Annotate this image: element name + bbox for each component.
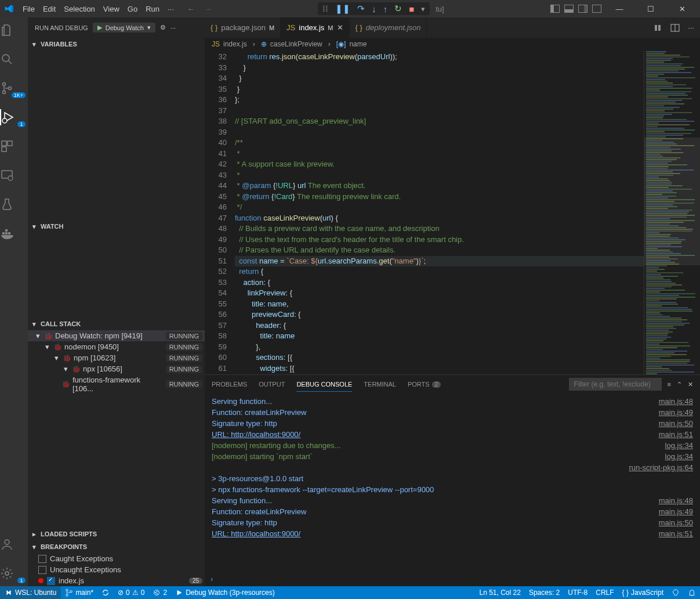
tab-problems[interactable]: PROBLEMS [212, 377, 247, 391]
callstack-item[interactable]: 🐞Debug Watch: npm [9419]RUNNING [28, 330, 205, 341]
nav-back-icon[interactable]: ← [187, 5, 195, 13]
step-over-icon[interactable]: ↷ [357, 3, 365, 14]
pause-icon[interactable]: ❚❚ [335, 3, 350, 14]
status-sync[interactable] [97, 586, 114, 599]
layout-customize-icon[interactable] [592, 5, 601, 13]
tab-index-js[interactable]: JSindex.jsM✕ [281, 17, 349, 38]
line-gutter[interactable]: 3233343536373839404142434445464748495051… [205, 50, 235, 374]
console-source-link[interactable]: main.js:50 [659, 418, 693, 429]
source-control-icon[interactable]: 1K+ [0, 80, 28, 96]
breakpoint-checkbox[interactable] [47, 577, 55, 585]
minimize-button[interactable]: — [606, 0, 633, 17]
code-editor[interactable]: return res.json(caseLinkPreview(parsedUr… [235, 50, 644, 374]
breakpoint-file[interactable]: index.js 25 [28, 575, 205, 586]
callstack-item[interactable]: 🐞npm [10623]RUNNING [28, 352, 205, 363]
run-debug-icon[interactable]: 1 [0, 109, 28, 125]
console-source-link[interactable]: main.js:48 [659, 396, 693, 407]
testing-icon[interactable] [0, 196, 28, 212]
nav-forward-icon[interactable]: → [204, 5, 212, 13]
repl-input[interactable]: › [205, 571, 700, 586]
sidebar-title: RUN AND DEBUG [35, 24, 88, 31]
remote-indicator[interactable]: WSL: Ubuntu [0, 586, 61, 599]
console-source-link[interactable]: main.js:51 [659, 528, 693, 539]
section-loaded-scripts[interactable]: LOADED SCRIPTS [28, 528, 205, 540]
callstack-item[interactable]: 🐞npx [10656]RUNNING [28, 363, 205, 374]
drag-handle-icon[interactable]: ⁞⁞ [322, 3, 328, 14]
status-eol[interactable]: CRLF [592, 586, 618, 599]
compare-icon[interactable] [653, 23, 662, 33]
tab-deployment-json[interactable]: { }deployment.json [350, 17, 427, 38]
title-search-fragment[interactable]: tu] [436, 5, 444, 13]
status-feedback-icon[interactable] [668, 586, 684, 599]
extensions-icon[interactable] [0, 138, 28, 154]
search-icon[interactable] [0, 51, 28, 67]
debug-target-chevron[interactable]: ▾ [421, 5, 425, 13]
debug-console[interactable]: Serving function...main.js:48Function: c… [205, 394, 700, 571]
section-watch[interactable]: WATCH [28, 220, 205, 233]
filter-icon[interactable]: ≡ [668, 381, 671, 388]
console-source-link[interactable]: log.js:34 [665, 451, 693, 462]
tab-ports[interactable]: PORTS2 [408, 377, 441, 391]
menu-view[interactable]: View [99, 5, 124, 13]
step-out-icon[interactable]: ↑ [383, 4, 388, 14]
console-source-link[interactable]: main.js:49 [659, 506, 693, 517]
accounts-icon[interactable] [0, 536, 28, 553]
menu-edit[interactable]: Edit [39, 5, 60, 13]
status-cursor[interactable]: Ln 51, Col 22 [476, 586, 525, 599]
layout-bottom-icon[interactable] [564, 5, 574, 13]
status-encoding[interactable]: UTF-8 [564, 586, 592, 599]
callstack-item[interactable]: 🐞nodemon [9450]RUNNING [28, 341, 205, 352]
tab-terminal[interactable]: TERMINAL [364, 377, 396, 391]
section-callstack[interactable]: CALL STACK [28, 317, 205, 330]
debug-config-selector[interactable]: ▶ Debug Watch ▾ [93, 23, 155, 33]
menu-go[interactable]: Go [124, 5, 142, 13]
status-problems[interactable]: ⊘0 ⚠0 [114, 586, 148, 599]
section-variables[interactable]: VARIABLES [28, 38, 205, 50]
menu-overflow[interactable]: ··· [164, 5, 178, 13]
menu-run[interactable]: Run [142, 5, 164, 13]
console-source-link[interactable]: main.js:48 [659, 495, 693, 506]
close-panel-icon[interactable]: ✕ [688, 381, 693, 388]
menu-file[interactable]: File [19, 5, 39, 13]
section-breakpoints[interactable]: BREAKPOINTS [28, 540, 205, 553]
expand-panel-icon[interactable]: ⌃ [677, 381, 682, 388]
console-filter-input[interactable] [569, 378, 662, 391]
console-source-link[interactable]: main.js:51 [659, 429, 693, 440]
restart-icon[interactable]: ↻ [394, 3, 402, 14]
minimap[interactable] [644, 50, 700, 374]
menu-selection[interactable]: Selection [60, 5, 99, 13]
breakpoint-uncaught[interactable]: Uncaught Exceptions [28, 564, 205, 575]
status-bell-icon[interactable] [684, 586, 700, 599]
close-tab-icon[interactable]: ✕ [337, 23, 343, 32]
activity-bar: 1K+ 1 1 [0, 17, 28, 586]
layout-right-icon[interactable] [578, 5, 587, 13]
layout-left-icon[interactable] [550, 5, 560, 13]
status-branch[interactable]: main* [61, 586, 97, 599]
tab-package-json[interactable]: { }package.jsonM [205, 17, 281, 38]
console-source-link[interactable]: main.js:50 [659, 517, 693, 528]
console-source-link[interactable]: main.js:49 [659, 407, 693, 418]
settings-icon[interactable]: 1 [0, 565, 28, 582]
tab-output[interactable]: OUTPUT [259, 377, 285, 391]
status-debug-target[interactable]: Debug Watch (3p-resources) [171, 586, 279, 599]
docker-icon[interactable] [0, 225, 28, 241]
remote-explorer-icon[interactable] [0, 167, 28, 183]
explorer-icon[interactable] [0, 22, 28, 38]
split-editor-icon[interactable] [670, 23, 680, 33]
status-ports[interactable]: 2 [148, 586, 171, 599]
console-source-link[interactable]: run-script-pkg.js:64 [629, 462, 693, 473]
breadcrumbs[interactable]: JS index.js ⊕caseLinkPreview [◉]name [205, 38, 700, 50]
step-into-icon[interactable]: ↓ [372, 4, 376, 14]
config-gear-icon[interactable]: ⚙ [160, 24, 166, 31]
breakpoint-caught[interactable]: Caught Exceptions [28, 553, 205, 564]
close-button[interactable]: ✕ [669, 0, 695, 17]
console-source-link[interactable]: log.js:34 [665, 440, 693, 451]
tab-debug-console[interactable]: DEBUG CONSOLE [296, 377, 352, 392]
status-language[interactable]: { }JavaScript [618, 586, 668, 599]
callstack-item[interactable]: 🐞functions-framework [106...RUNNING [28, 374, 205, 394]
status-spaces[interactable]: Spaces: 2 [525, 586, 564, 599]
maximize-button[interactable]: ☐ [637, 0, 664, 17]
more-icon[interactable]: ··· [171, 24, 176, 31]
stop-icon[interactable]: ■ [409, 4, 414, 14]
more-actions-icon[interactable]: ··· [688, 23, 694, 32]
